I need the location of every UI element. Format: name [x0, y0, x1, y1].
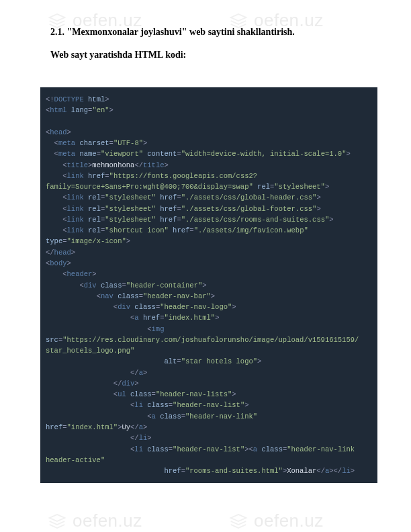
page-content: 2.1. "Mexmonxonalar joylashuvi" web sayt… [0, 0, 411, 496]
watermark: oefen.uz [228, 511, 324, 531]
watermark-text: oefen.uz [73, 511, 142, 531]
code-block: <!DOCTYPE html> <html lang="en"> <head> … [40, 87, 377, 483]
stack-icon [47, 511, 67, 531]
watermark: oefen.uz [47, 511, 142, 531]
subsection-heading: Web sayt yaratishda HTML kodi: [50, 50, 371, 60]
stack-icon [228, 511, 248, 531]
watermark-text: oefen.uz [254, 511, 324, 531]
section-heading: 2.1. "Mexmonxonalar joylashuvi" web sayt… [50, 27, 371, 38]
